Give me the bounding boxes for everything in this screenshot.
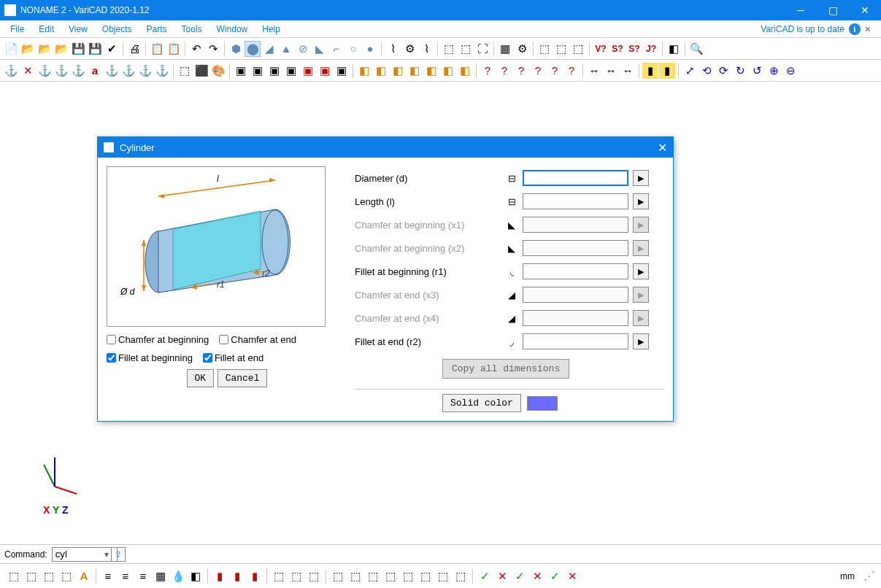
ok-button[interactable]: OK: [187, 369, 215, 387]
open-icon[interactable]: 📂: [20, 41, 36, 57]
help-v-icon[interactable]: V?: [593, 41, 609, 57]
spring-icon[interactable]: ⌇: [385, 41, 401, 57]
sb-icon-22[interactable]: ⬚: [400, 568, 416, 584]
dim2-icon[interactable]: ↔: [603, 63, 619, 79]
menu-parts[interactable]: Parts: [139, 22, 174, 36]
sb-icon-27[interactable]: ✕: [494, 568, 510, 584]
grp3-icon[interactable]: ◧: [390, 63, 406, 79]
fillet-r1-arrow-icon[interactable]: ▶: [633, 263, 649, 279]
sb-icon-3[interactable]: ⬚: [41, 568, 57, 584]
fillet-r2-input[interactable]: [523, 333, 628, 349]
command-input[interactable]: [52, 547, 118, 562]
chk-chamfer-begin[interactable]: Chamfer at beginning: [107, 334, 209, 345]
op3-icon[interactable]: ▣: [266, 63, 282, 79]
nav7-icon[interactable]: ⊖: [782, 63, 799, 79]
sb-icon-6[interactable]: ≡: [100, 568, 116, 584]
anchor5-icon[interactable]: ⚓: [104, 63, 120, 79]
sb-icon-9[interactable]: ▦: [153, 568, 169, 584]
tool-g-icon[interactable]: ⬚: [553, 41, 569, 57]
grp7-icon[interactable]: ◧: [457, 63, 473, 79]
diameter-icon[interactable]: ⊟: [505, 171, 518, 185]
sb-icon-5[interactable]: A: [76, 568, 92, 584]
sb-icon-28[interactable]: ✓: [512, 568, 528, 584]
dim3-icon[interactable]: ↔: [620, 63, 636, 79]
diameter-input[interactable]: [523, 170, 628, 186]
op1-icon[interactable]: ▣: [233, 63, 249, 79]
gear-icon[interactable]: ⚙: [401, 41, 418, 57]
sb-icon-26[interactable]: ✓: [477, 568, 493, 584]
label-a-icon[interactable]: a: [87, 63, 103, 79]
anchor2-icon[interactable]: ⚓: [36, 63, 53, 79]
y2-icon[interactable]: ▮: [659, 63, 675, 79]
copy-dimensions-button[interactable]: Copy all dimensions: [442, 359, 569, 379]
menu-file[interactable]: File: [3, 22, 31, 36]
sb-icon-20[interactable]: ⬚: [365, 568, 381, 584]
tool-a-icon[interactable]: ⬚: [441, 41, 457, 57]
elbow-icon[interactable]: ⌐: [328, 41, 345, 57]
anchor4-icon[interactable]: ⚓: [70, 63, 86, 79]
sb-icon-30[interactable]: ✓: [547, 568, 563, 584]
chk-fillet-begin[interactable]: Fillet at beginning: [107, 352, 193, 363]
menu-tools[interactable]: Tools: [174, 22, 209, 36]
sb-icon-21[interactable]: ⬚: [382, 568, 399, 584]
tool-d-icon[interactable]: ▦: [497, 41, 513, 57]
sb-icon-10[interactable]: 💧: [170, 568, 186, 584]
open2-icon[interactable]: 📂: [36, 41, 53, 57]
grp2-icon[interactable]: ◧: [373, 63, 389, 79]
info-icon[interactable]: i: [849, 23, 861, 35]
command-share-icon[interactable]: ⇪: [111, 547, 126, 562]
del-anchor-icon[interactable]: ✕: [20, 63, 36, 79]
redo-icon[interactable]: ↷: [205, 41, 221, 57]
nav2-icon[interactable]: ⟲: [699, 63, 715, 79]
sb-icon-15[interactable]: ⬚: [271, 568, 287, 584]
sb-icon-18[interactable]: ⬚: [330, 568, 346, 584]
copy-icon[interactable]: 📋: [149, 41, 165, 57]
nav6-icon[interactable]: ⊕: [766, 63, 782, 79]
sb-icon-7[interactable]: ≡: [118, 568, 134, 584]
fillet-r2-icon[interactable]: ◞: [505, 335, 518, 348]
sb-icon-1[interactable]: ⬚: [6, 568, 22, 584]
menu-objects[interactable]: Objects: [95, 22, 139, 36]
wedge-icon[interactable]: ◣: [312, 41, 328, 57]
palette-icon[interactable]: 🎨: [210, 63, 226, 79]
dialog-close-icon[interactable]: ✕: [658, 141, 667, 155]
sb-icon-25[interactable]: ⬚: [453, 568, 469, 584]
sb-icon-19[interactable]: ⬚: [347, 568, 363, 584]
fillet-r1-icon[interactable]: ◟: [505, 265, 518, 278]
menu-view[interactable]: View: [61, 22, 95, 36]
minimize-button[interactable]: ─: [785, 0, 817, 20]
op6-icon[interactable]: ▣: [317, 63, 333, 79]
length-icon[interactable]: ⊟: [505, 195, 518, 208]
sb-icon-14[interactable]: ▮: [247, 568, 263, 584]
tool-e-icon[interactable]: ⚙: [514, 41, 530, 57]
unit-label[interactable]: mm: [833, 571, 862, 581]
length-arrow-icon[interactable]: ▶: [633, 193, 649, 209]
sb-icon-24[interactable]: ⬚: [435, 568, 451, 584]
spring2-icon[interactable]: ⌇: [418, 41, 434, 57]
new-icon[interactable]: 📄: [3, 41, 19, 57]
solid-color-button[interactable]: Solid color: [442, 394, 521, 412]
paste-icon[interactable]: 📋: [166, 41, 182, 57]
sb-icon-13[interactable]: ▮: [229, 568, 245, 584]
zoom-icon[interactable]: 🔍: [688, 41, 704, 57]
op7-icon[interactable]: ▣: [334, 63, 350, 79]
op5-icon[interactable]: ▣: [300, 63, 316, 79]
op4-icon[interactable]: ▣: [283, 63, 299, 79]
shaded-icon[interactable]: ⬛: [193, 63, 209, 79]
chk-chamfer-end[interactable]: Chamfer at end: [219, 334, 296, 345]
anchor6-icon[interactable]: ⚓: [120, 63, 136, 79]
help-j-icon[interactable]: J?: [643, 41, 659, 57]
q3-icon[interactable]: ?: [513, 63, 529, 79]
grp5-icon[interactable]: ◧: [423, 63, 439, 79]
menu-window[interactable]: Window: [209, 22, 255, 36]
color-swatch[interactable]: [527, 396, 558, 411]
tool-h-icon[interactable]: ⬚: [570, 41, 586, 57]
truncated-cone-icon[interactable]: ▲: [278, 41, 294, 57]
sb-icon-23[interactable]: ⬚: [418, 568, 434, 584]
diameter-arrow-icon[interactable]: ▶: [633, 170, 649, 186]
tool-f-icon[interactable]: ⬚: [536, 41, 553, 57]
op2-icon[interactable]: ▣: [250, 63, 266, 79]
tool-b-icon[interactable]: ⬚: [458, 41, 474, 57]
nav5-icon[interactable]: ↺: [749, 63, 765, 79]
sb-icon-17[interactable]: ⬚: [306, 568, 322, 584]
